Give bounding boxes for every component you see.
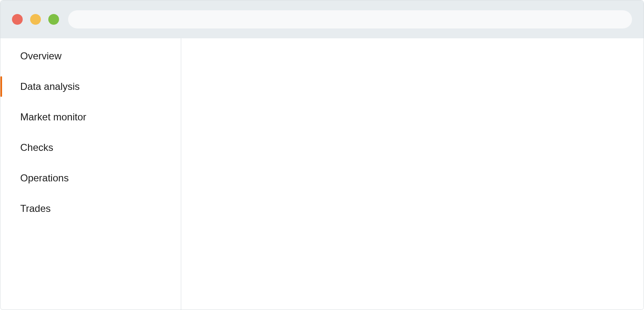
window-controls (12, 14, 59, 25)
sidebar-item-label: Market monitor (20, 111, 86, 123)
sidebar-item-label: Checks (20, 142, 53, 153)
sidebar-item-overview[interactable]: Overview (0, 41, 181, 71)
sidebar-item-market-monitor[interactable]: Market monitor (0, 102, 181, 132)
titlebar (0, 0, 644, 38)
sidebar-item-data-analysis[interactable]: Data analysis (0, 71, 181, 102)
address-bar-input[interactable] (68, 10, 632, 28)
minimize-window-button[interactable] (30, 14, 41, 25)
sidebar-item-operations[interactable]: Operations (0, 163, 181, 193)
sidebar-item-label: Overview (20, 50, 62, 62)
app-window: Overview Data analysis Market monitor Ch… (0, 0, 644, 310)
body-area: Overview Data analysis Market monitor Ch… (0, 38, 644, 310)
close-window-button[interactable] (12, 14, 23, 25)
main-content (181, 38, 644, 310)
sidebar-item-label: Operations (20, 172, 69, 184)
sidebar-item-trades[interactable]: Trades (0, 193, 181, 224)
sidebar-item-label: Data analysis (20, 81, 80, 92)
sidebar: Overview Data analysis Market monitor Ch… (0, 38, 181, 310)
maximize-window-button[interactable] (48, 14, 59, 25)
sidebar-item-checks[interactable]: Checks (0, 132, 181, 163)
sidebar-item-label: Trades (20, 203, 51, 214)
